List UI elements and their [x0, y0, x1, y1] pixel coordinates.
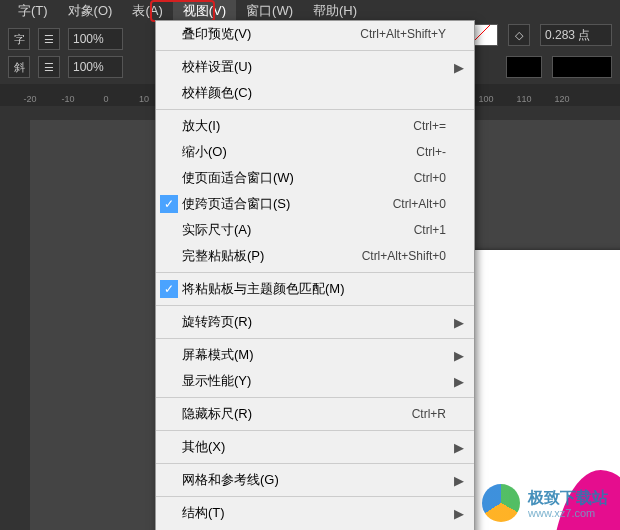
- check-icon: [160, 372, 178, 390]
- menu-help[interactable]: 帮助(H): [303, 0, 367, 22]
- stroke-step-icon[interactable]: ◇: [508, 24, 530, 46]
- opacity-input-1[interactable]: [68, 28, 123, 50]
- color-swatch-black[interactable]: [506, 56, 542, 78]
- optical-icon[interactable]: 斜: [8, 56, 30, 78]
- menu-window[interactable]: 窗口(W): [236, 0, 303, 22]
- menu-table[interactable]: 表(A): [122, 0, 172, 22]
- menu-item[interactable]: 网格和参考线(G)▶: [156, 467, 474, 493]
- menu-item-label: 旋转跨页(R): [182, 313, 446, 331]
- check-icon: [160, 25, 178, 43]
- menu-item-label: 屏幕模式(M): [182, 346, 446, 364]
- menu-item[interactable]: 其他(X)▶: [156, 434, 474, 460]
- submenu-arrow-icon: ▶: [454, 506, 464, 521]
- menu-item[interactable]: 叠印预览(V)Ctrl+Alt+Shift+Y: [156, 21, 474, 47]
- check-icon: ✓: [160, 280, 178, 298]
- menu-item-shortcut: Ctrl+0: [414, 171, 446, 185]
- menu-item-label: 隐藏标尺(R): [182, 405, 412, 423]
- menu-item-shortcut: Ctrl+Alt+Shift+0: [362, 249, 446, 263]
- ruler-tick: -20: [23, 94, 36, 104]
- menu-text[interactable]: 字(T): [8, 0, 58, 22]
- submenu-arrow-icon: ▶: [454, 440, 464, 455]
- menu-item-label: 网格和参考线(G): [182, 471, 446, 489]
- menu-item-label: 叠印预览(V): [182, 25, 360, 43]
- menu-item[interactable]: ✓使跨页适合窗口(S)Ctrl+Alt+0: [156, 191, 474, 217]
- ruler-tick: 100: [478, 94, 493, 104]
- menu-item-label: 校样颜色(C): [182, 84, 446, 102]
- check-icon: [160, 346, 178, 364]
- check-icon: [160, 169, 178, 187]
- check-icon: [160, 117, 178, 135]
- menu-item-label: 使页面适合窗口(W): [182, 169, 414, 187]
- check-icon: [160, 143, 178, 161]
- stroke-weight-input[interactable]: [540, 24, 612, 46]
- menu-item-label: 使跨页适合窗口(S): [182, 195, 393, 213]
- menubar: 字(T) 对象(O) 表(A) 视图(V) 窗口(W) 帮助(H): [0, 0, 620, 22]
- menu-item-label: 其他(X): [182, 438, 446, 456]
- menu-object[interactable]: 对象(O): [58, 0, 123, 22]
- menu-separator: [156, 338, 474, 339]
- menu-item[interactable]: 完整粘贴板(P)Ctrl+Alt+Shift+0: [156, 243, 474, 269]
- menu-item[interactable]: 使页面适合窗口(W)Ctrl+0: [156, 165, 474, 191]
- menu-item-label: 放大(I): [182, 117, 413, 135]
- menu-item[interactable]: 显示性能(Y)▶: [156, 368, 474, 394]
- menu-item-shortcut: Ctrl+R: [412, 407, 446, 421]
- menu-separator: [156, 305, 474, 306]
- menu-item-shortcut: Ctrl+Alt+Shift+Y: [360, 27, 446, 41]
- submenu-arrow-icon: ▶: [454, 60, 464, 75]
- watermark: 极致下载站 www.xz7.com: [482, 484, 608, 522]
- ruler-tick: 120: [554, 94, 569, 104]
- menu-item[interactable]: 屏幕模式(M)▶: [156, 342, 474, 368]
- menu-separator: [156, 430, 474, 431]
- menu-item-label: 实际尺寸(A): [182, 221, 414, 239]
- align2-icon[interactable]: ☰: [38, 56, 60, 78]
- check-icon: [160, 247, 178, 265]
- char-icon[interactable]: 字: [8, 28, 30, 50]
- menu-item-label: 校样设置(U): [182, 58, 446, 76]
- ruler-tick: 110: [516, 94, 531, 104]
- submenu-arrow-icon: ▶: [454, 315, 464, 330]
- menu-separator: [156, 50, 474, 51]
- menu-item[interactable]: 实际尺寸(A)Ctrl+1: [156, 217, 474, 243]
- menu-item[interactable]: 缩小(O)Ctrl+-: [156, 139, 474, 165]
- ruler-tick: 0: [103, 94, 108, 104]
- opacity-input-2[interactable]: [68, 56, 123, 78]
- menu-separator: [156, 397, 474, 398]
- watermark-logo-icon: [482, 484, 520, 522]
- menu-item-label: 完整粘贴板(P): [182, 247, 362, 265]
- check-icon: [160, 221, 178, 239]
- menu-item-label: 将粘贴板与主题颜色匹配(M): [182, 280, 446, 298]
- menu-item-label: 显示性能(Y): [182, 372, 446, 390]
- check-icon: [160, 405, 178, 423]
- menu-item-shortcut: Ctrl+-: [416, 145, 446, 159]
- menu-item[interactable]: ✓将粘贴板与主题颜色匹配(M): [156, 276, 474, 302]
- menu-item-label: 缩小(O): [182, 143, 416, 161]
- ruler-tick: 10: [139, 94, 149, 104]
- check-icon: [160, 58, 178, 76]
- menu-item[interactable]: 旋转跨页(R)▶: [156, 309, 474, 335]
- menu-item[interactable]: 校样颜色(C): [156, 80, 474, 106]
- check-icon: [160, 313, 178, 331]
- menu-item[interactable]: 结构(T)▶: [156, 500, 474, 526]
- menu-item-shortcut: Ctrl+=: [413, 119, 446, 133]
- submenu-arrow-icon: ▶: [454, 374, 464, 389]
- stroke-line-chip[interactable]: [552, 56, 612, 78]
- menu-separator: [156, 109, 474, 110]
- menu-item[interactable]: 隐藏标尺(R)Ctrl+R: [156, 401, 474, 427]
- menu-item[interactable]: 校样设置(U)▶: [156, 54, 474, 80]
- menu-separator: [156, 496, 474, 497]
- view-menu-dropdown: 叠印预览(V)Ctrl+Alt+Shift+Y校样设置(U)▶校样颜色(C)放大…: [155, 20, 475, 530]
- side-ruler: [0, 120, 30, 530]
- menu-view[interactable]: 视图(V): [173, 0, 236, 22]
- submenu-arrow-icon: ▶: [454, 348, 464, 363]
- ruler-tick: -10: [61, 94, 74, 104]
- menu-item-label: 结构(T): [182, 504, 446, 522]
- align-icon[interactable]: ☰: [38, 28, 60, 50]
- watermark-title: 极致下载站: [528, 488, 608, 509]
- stroke-controls: ◇: [462, 24, 612, 46]
- menu-item[interactable]: 文章编辑器(D)▶: [156, 526, 474, 530]
- menu-item[interactable]: 放大(I)Ctrl+=: [156, 113, 474, 139]
- check-icon: ✓: [160, 195, 178, 213]
- check-icon: [160, 471, 178, 489]
- color-controls: [506, 56, 612, 78]
- menu-item-shortcut: Ctrl+1: [414, 223, 446, 237]
